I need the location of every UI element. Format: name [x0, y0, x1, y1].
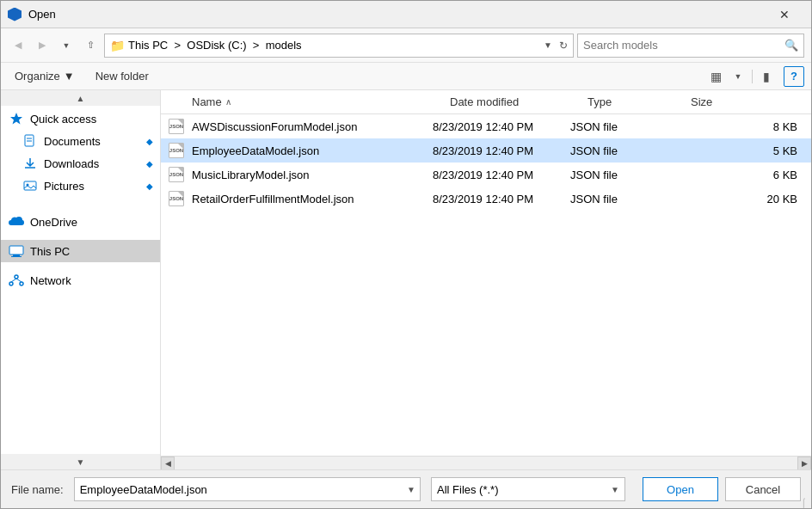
file-icon: JSON	[168, 166, 185, 183]
up-button[interactable]: ⇧	[80, 35, 101, 56]
pictures-icon	[22, 177, 39, 194]
onedrive-icon	[8, 213, 25, 230]
network-icon	[8, 272, 25, 289]
cancel-button[interactable]: Cancel	[725, 477, 801, 501]
scroll-left-button[interactable]: ◀	[161, 457, 175, 470]
filename-label: File name:	[11, 483, 64, 496]
close-button[interactable]: ✕	[765, 1, 804, 28]
svg-line-13	[16, 279, 22, 282]
dropdown-history-button[interactable]: ▼	[56, 35, 77, 56]
filename-dropdown-button[interactable]: ▼	[403, 478, 420, 500]
sidebar-item-label-thispc: This PC	[30, 245, 153, 258]
sidebar-item-label-network: Network	[30, 274, 153, 287]
refresh-icon[interactable]: ↻	[559, 40, 568, 52]
documents-icon	[22, 132, 39, 150]
quick-access-icon	[8, 110, 25, 127]
table-row[interactable]: JSON EmployeeDataModel.json 8/23/2019 12…	[161, 138, 811, 163]
sidebar-item-quick-access[interactable]: Quick access	[1, 107, 160, 130]
horizontal-scrollbar[interactable]: ◀ ▶	[161, 456, 811, 469]
preview-pane-button[interactable]: ▮	[756, 66, 777, 87]
file-icon: JSON	[168, 190, 185, 207]
file-icon: JSON	[168, 118, 185, 135]
open-button[interactable]: Open	[643, 477, 718, 501]
file-date: 8/23/2019 12:40 PM	[433, 193, 570, 205]
col-header-type[interactable]: Type	[587, 95, 691, 108]
file-name: RetailOrderFulfillmentModel.json	[192, 193, 433, 205]
sidebar-item-documents[interactable]: Documents ◆	[1, 130, 160, 152]
sidebar-item-label-pictures: Pictures	[44, 180, 143, 193]
sort-arrow-icon: ∧	[225, 97, 231, 107]
svg-point-9	[15, 275, 18, 279]
svg-rect-8	[11, 256, 22, 257]
new-folder-button[interactable]: New folder	[89, 66, 156, 87]
filetype-dropdown-icon[interactable]: ▼	[611, 485, 619, 494]
file-type: JSON file	[570, 120, 674, 133]
dialog-title: Open	[28, 8, 765, 21]
file-icon: JSON	[168, 142, 185, 159]
back-button[interactable]: ◀	[8, 35, 28, 56]
view-grid-button[interactable]: ▦	[705, 66, 726, 87]
folder-icon: 📁	[110, 39, 125, 52]
title-bar: Open ✕	[1, 1, 811, 28]
sidebar-scroll-up[interactable]: ▲	[1, 90, 160, 106]
bottom-buttons: Open Cancel	[643, 477, 801, 501]
sidebar-item-label-quick-access: Quick access	[30, 113, 153, 126]
file-size: 5 KB	[674, 144, 811, 157]
file-date: 8/23/2019 12:40 PM	[433, 120, 570, 133]
sidebar: ▲ Quick access Documents ◆	[1, 90, 161, 469]
filename-input[interactable]	[75, 483, 403, 496]
json-file-icon: JSON	[169, 119, 184, 134]
sidebar-item-network[interactable]: Network	[1, 269, 160, 291]
forward-button[interactable]: ▶	[32, 35, 52, 56]
address-bar[interactable]: 📁 This PC > OSDisk (C:) > models ▼ ↻	[104, 34, 574, 58]
view-dropdown-button[interactable]: ▼	[728, 66, 748, 87]
svg-line-12	[11, 279, 16, 282]
table-row[interactable]: JSON RetailOrderFulfillmentModel.json 8/…	[161, 187, 811, 211]
sidebar-item-label-onedrive: OneDrive	[30, 216, 153, 229]
file-area: Name ∧ Date modified Type Size JSO	[161, 90, 811, 469]
organize-button[interactable]: Organize ▼	[8, 66, 82, 87]
sidebar-item-onedrive[interactable]: OneDrive	[1, 211, 160, 233]
sidebar-item-label-downloads: Downloads	[44, 157, 143, 170]
file-list-header: Name ∧ Date modified Type Size	[161, 90, 811, 114]
json-file-icon: JSON	[169, 191, 184, 206]
svg-rect-6	[9, 246, 23, 254]
downloads-icon	[22, 155, 39, 172]
search-box[interactable]: 🔍	[577, 34, 804, 58]
svg-point-10	[9, 282, 13, 285]
col-header-date[interactable]: Date modified	[450, 95, 587, 108]
filename-input-wrap[interactable]: ▼	[74, 477, 421, 501]
sidebar-item-thispc[interactable]: This PC	[1, 240, 160, 262]
documents-pin-icon: ◆	[146, 137, 153, 146]
file-list: JSON AWSDiscussionForumModel.json 8/23/2…	[161, 114, 811, 456]
view-separator	[752, 70, 753, 83]
window-controls: ✕	[765, 1, 804, 28]
file-date: 8/23/2019 12:40 PM	[433, 144, 570, 157]
help-button[interactable]: ?	[784, 66, 804, 87]
table-row[interactable]: JSON MusicLibraryModel.json 8/23/2019 12…	[161, 163, 811, 187]
bottom-bar: File name: ▼ All Files (*.*) ▼ Open Canc…	[1, 469, 811, 508]
organize-dropdown-icon: ▼	[64, 70, 75, 83]
scroll-right-button[interactable]: ▶	[797, 457, 811, 470]
filetype-select[interactable]: All Files (*.*) ▼	[431, 477, 625, 501]
sidebar-scroll-down[interactable]: ▼	[1, 454, 160, 469]
file-name: AWSDiscussionForumModel.json	[192, 120, 433, 133]
json-file-icon: JSON	[169, 167, 184, 182]
sidebar-item-label-documents: Documents	[44, 135, 143, 148]
col-header-size[interactable]: Size	[691, 95, 811, 108]
file-name: MusicLibraryModel.json	[192, 169, 433, 181]
table-row[interactable]: JSON AWSDiscussionForumModel.json 8/23/2…	[161, 114, 811, 138]
scroll-track[interactable]	[176, 460, 796, 467]
sidebar-item-downloads[interactable]: Downloads ◆	[1, 152, 160, 175]
resize-grip[interactable]: ⌠	[801, 498, 811, 508]
pictures-pin-icon: ◆	[146, 181, 153, 191]
file-type: JSON file	[570, 193, 674, 205]
col-header-name[interactable]: Name ∧	[192, 95, 450, 108]
address-toolbar: ◀ ▶ ▼ ⇧ 📁 This PC > OSDisk (C:) > models…	[1, 28, 811, 63]
file-name: EmployeeDataModel.json	[192, 144, 433, 157]
json-file-icon: JSON	[169, 143, 184, 158]
thispc-icon	[8, 242, 25, 260]
sidebar-item-pictures[interactable]: Pictures ◆	[1, 175, 160, 197]
address-dropdown-icon[interactable]: ▼	[544, 40, 552, 50]
search-input[interactable]	[583, 39, 784, 52]
